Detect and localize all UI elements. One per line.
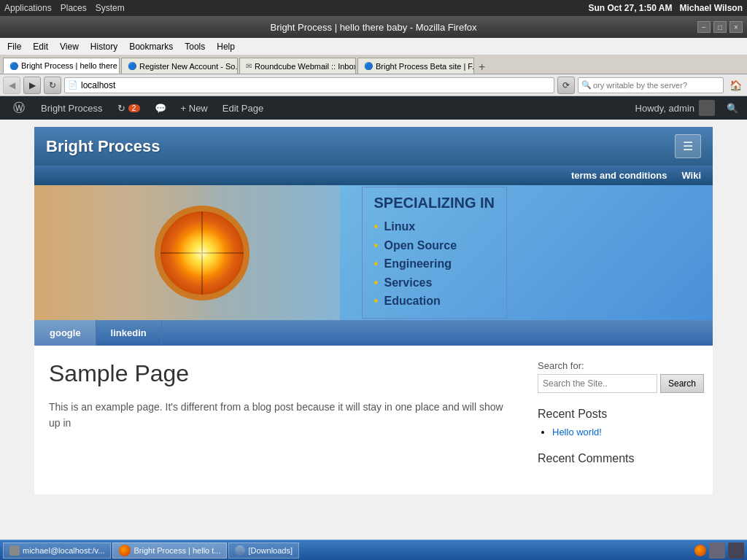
wp-logo-button[interactable]: Ⓦ bbox=[6, 96, 32, 120]
sidebar-recent-posts: Recent Posts Hello world! bbox=[538, 408, 698, 438]
system-bar-right: Sun Oct 27, 1:50 AM Michael Wilson bbox=[589, 3, 743, 13]
search-engine-icon: 🔍 bbox=[581, 80, 592, 90]
social-tab-linkedin[interactable]: linkedin bbox=[96, 320, 162, 346]
recent-post-link-0[interactable]: Hello world! bbox=[552, 427, 602, 438]
wp-new-button[interactable]: + New bbox=[175, 96, 214, 120]
updates-icon: ↻ bbox=[117, 103, 125, 114]
minimize-button[interactable]: − bbox=[697, 21, 711, 33]
maximize-button[interactable]: □ bbox=[713, 21, 727, 33]
taskbar-right-icon-1 bbox=[709, 542, 725, 559]
sidebar-search-section: Search for: Search bbox=[538, 360, 698, 393]
hero-text-area: SPECIALIZING IN Linux Open Source Engine… bbox=[340, 185, 713, 320]
menu-help[interactable]: Help bbox=[212, 40, 239, 53]
page-title: Sample Page bbox=[49, 360, 516, 387]
forward-button[interactable]: ▶ bbox=[23, 77, 41, 94]
wp-site-label: Bright Process bbox=[41, 103, 103, 114]
tab-favicon-0: 🔵 bbox=[9, 62, 18, 70]
page-icon: 📄 bbox=[68, 80, 78, 90]
social-tab-google[interactable]: google bbox=[34, 320, 96, 346]
tab-favicon-3: 🔵 bbox=[364, 62, 373, 70]
system-app-places[interactable]: Places bbox=[61, 3, 87, 13]
menu-file[interactable]: File bbox=[3, 40, 26, 53]
new-tab-button[interactable]: + bbox=[476, 61, 488, 74]
recent-posts-list: Hello world! bbox=[538, 427, 698, 438]
recent-posts-title: Recent Posts bbox=[538, 408, 698, 421]
wp-edit-page[interactable]: Edit Page bbox=[217, 96, 269, 120]
page-body: Sample Page This is an example page. It'… bbox=[34, 346, 713, 494]
menu-history[interactable]: History bbox=[86, 40, 122, 53]
tab-label-1: Register New Account - So... bbox=[139, 62, 238, 71]
page-text: This is an example page. It's different … bbox=[49, 399, 516, 432]
system-app-applications[interactable]: Applications bbox=[4, 3, 52, 13]
search-button[interactable]: Search bbox=[660, 374, 704, 393]
tab-label-2: Roundcube Webmail :: Inbox bbox=[255, 62, 356, 71]
hero-item-0: Linux bbox=[374, 217, 495, 236]
search-form: Search bbox=[538, 374, 698, 393]
taskbar-right bbox=[694, 542, 744, 559]
site-menu-button[interactable]: ☰ bbox=[675, 134, 701, 158]
refresh-button[interactable]: ⟳ bbox=[557, 77, 575, 94]
nav-wiki[interactable]: Wiki bbox=[681, 170, 701, 181]
wp-comments[interactable]: 💬 bbox=[149, 96, 172, 120]
address-input-wrap: 📄 bbox=[64, 77, 554, 93]
system-bar: Applications Places System Sun Oct 27, 1… bbox=[0, 0, 747, 16]
hero-text-box: SPECIALIZING IN Linux Open Source Engine… bbox=[362, 187, 508, 319]
menu-edit[interactable]: Edit bbox=[28, 40, 53, 53]
taskbar-right-icon-2 bbox=[728, 542, 744, 559]
tab-0[interactable]: 🔵 Bright Process | hello there ... ✕ bbox=[3, 58, 120, 74]
tab-3[interactable]: 🔵 Bright Process Beta site | F... ✕ bbox=[357, 58, 474, 74]
menu-bookmarks[interactable]: Bookmarks bbox=[125, 40, 177, 53]
menu-tools[interactable]: Tools bbox=[180, 40, 209, 53]
tab-label-0: Bright Process | hello there ... bbox=[21, 61, 120, 70]
taskbar-label-2: [Downloads] bbox=[248, 546, 293, 555]
recent-post-0: Hello world! bbox=[552, 427, 698, 438]
hero-item-2: Engineering bbox=[374, 254, 495, 273]
wp-howdy-label: Howdy, admin bbox=[635, 103, 694, 114]
taskbar-item-0[interactable]: michael@localhost:/v... bbox=[3, 542, 111, 559]
taskbar-icon-1 bbox=[119, 545, 131, 556]
comments-icon: 💬 bbox=[155, 103, 166, 114]
taskbar: michael@localhost:/v... Bright Process |… bbox=[0, 540, 747, 560]
orange-slice bbox=[155, 206, 249, 300]
tab-1[interactable]: 🔵 Register New Account - So... ✕ bbox=[121, 58, 238, 74]
recent-comments-title: Recent Comments bbox=[538, 452, 698, 465]
system-user: Michael Wilson bbox=[679, 3, 743, 13]
hero-banner: SPECIALIZING IN Linux Open Source Engine… bbox=[34, 185, 713, 320]
wp-howdy[interactable]: Howdy, admin bbox=[630, 96, 721, 120]
system-time: Sun Oct 27, 1:50 AM bbox=[589, 3, 673, 13]
search-input[interactable] bbox=[538, 374, 657, 393]
browser-search-wrap: 🔍 bbox=[578, 77, 724, 93]
tab-bar: 🔵 Bright Process | hello there ... ✕ 🔵 R… bbox=[0, 55, 747, 74]
wp-new-label: + New bbox=[181, 103, 208, 114]
nav-terms[interactable]: terms and conditions bbox=[571, 170, 667, 181]
taskbar-icon-0 bbox=[9, 545, 20, 556]
window-title: Bright Process | hello there baby - Mozi… bbox=[271, 22, 477, 33]
sidebar-recent-comments: Recent Comments bbox=[538, 452, 698, 465]
tab-label-3: Bright Process Beta site | F... bbox=[376, 62, 474, 71]
wp-site: Bright Process ☰ terms and conditions Wi… bbox=[34, 127, 713, 494]
tab-favicon-2: ✉ bbox=[246, 62, 252, 70]
reload-button[interactable]: ↻ bbox=[44, 77, 61, 94]
main-content: Sample Page This is an example page. It'… bbox=[49, 360, 516, 480]
address-input[interactable] bbox=[81, 80, 551, 90]
search-for-label: Search for: bbox=[538, 360, 698, 371]
wp-edit-label: Edit Page bbox=[222, 103, 263, 114]
hero-item-4: Education bbox=[374, 292, 495, 311]
taskbar-item-2[interactable]: [Downloads] bbox=[228, 542, 299, 559]
taskbar-label-0: michael@localhost:/v... bbox=[23, 546, 104, 555]
wp-site-name[interactable]: Bright Process bbox=[35, 96, 109, 120]
wp-search-button[interactable]: 🔍 bbox=[724, 96, 741, 120]
tab-2[interactable]: ✉ Roundcube Webmail :: Inbox ✕ bbox=[239, 58, 356, 74]
wp-updates[interactable]: ↻ 2 bbox=[112, 96, 146, 120]
browser-search-input[interactable] bbox=[593, 81, 720, 90]
close-button[interactable]: × bbox=[729, 21, 743, 33]
site-nav: terms and conditions Wiki bbox=[34, 166, 713, 185]
system-app-system[interactable]: System bbox=[96, 3, 125, 13]
home-button[interactable]: 🏠 bbox=[727, 77, 744, 94]
hero-item-1: Open Source bbox=[374, 236, 495, 255]
menu-view[interactable]: View bbox=[55, 40, 83, 53]
wp-icon: Ⓦ bbox=[13, 101, 25, 116]
taskbar-icon-2 bbox=[235, 545, 245, 556]
taskbar-item-1[interactable]: Bright Process | hello t... bbox=[112, 542, 227, 559]
back-button[interactable]: ◀ bbox=[3, 77, 20, 94]
